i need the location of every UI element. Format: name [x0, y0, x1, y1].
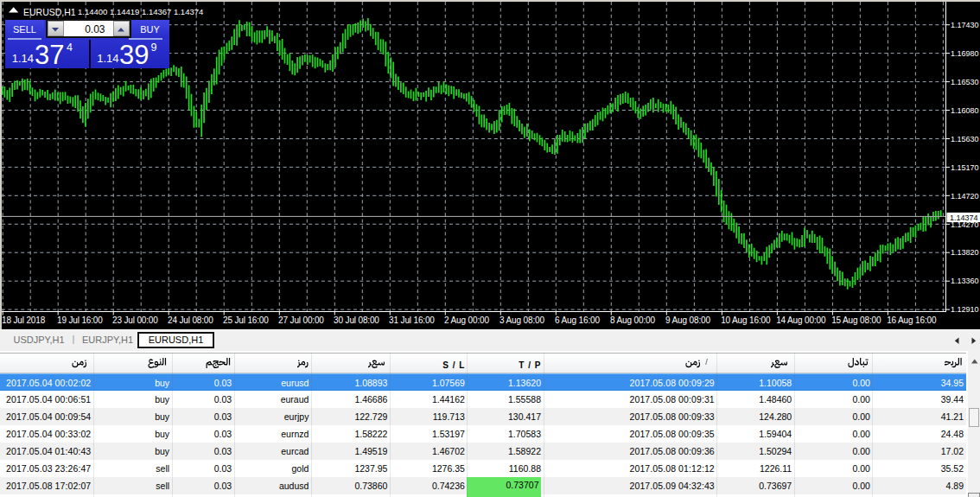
svg-text:1.14400 1.14419 1.14367 1.1437: 1.14400 1.14419 1.14367 1.14374 — [78, 7, 203, 16]
svg-text:6 Aug 16:00: 6 Aug 16:00 — [555, 315, 600, 325]
svg-text:1.13820: 1.13820 — [951, 248, 979, 257]
svg-text:8 Aug 00:00: 8 Aug 00:00 — [610, 315, 655, 325]
svg-text:1.16980: 1.16980 — [951, 49, 979, 58]
svg-text:1.14720: 1.14720 — [951, 192, 979, 201]
svg-text:9 Aug 08:00: 9 Aug 08:00 — [665, 315, 710, 325]
svg-text:1.17430: 1.17430 — [951, 21, 979, 29]
svg-text:1.15170: 1.15170 — [951, 163, 979, 172]
svg-text:1.16080: 1.16080 — [951, 106, 979, 115]
svg-text:1.13360: 1.13360 — [951, 277, 979, 285]
svg-text:25 Jul 16:00: 25 Jul 16:00 — [223, 315, 269, 325]
svg-text:1.16530: 1.16530 — [951, 78, 979, 86]
svg-text:10 Aug 16:00: 10 Aug 16:00 — [721, 315, 771, 325]
svg-text:27 Jul 00:00: 27 Jul 00:00 — [278, 315, 324, 325]
svg-text:15 Aug 08:00: 15 Aug 08:00 — [831, 315, 881, 325]
svg-text:18 Jul 2018: 18 Jul 2018 — [2, 315, 46, 325]
svg-text:23 Jul 00:00: 23 Jul 00:00 — [112, 315, 158, 325]
svg-text:19 Jul 16:00: 19 Jul 16:00 — [57, 315, 103, 325]
svg-text:1.15630: 1.15630 — [951, 135, 979, 143]
svg-text:24 Jul 08:00: 24 Jul 08:00 — [168, 315, 213, 325]
svg-text:1.14374: 1.14374 — [950, 213, 978, 222]
svg-text:30 Jul 08:00: 30 Jul 08:00 — [334, 315, 379, 325]
svg-text:16 Aug 16:00: 16 Aug 16:00 — [887, 315, 937, 325]
svg-text:14 Aug 00:00: 14 Aug 00:00 — [776, 315, 826, 325]
svg-text:EURUSD,H1: EURUSD,H1 — [23, 7, 76, 17]
svg-text:31 Jul 16:00: 31 Jul 16:00 — [389, 315, 435, 325]
svg-text:2 Aug 00:00: 2 Aug 00:00 — [444, 315, 489, 325]
svg-text:1.12910: 1.12910 — [951, 305, 979, 314]
svg-text:3 Aug 08:00: 3 Aug 08:00 — [500, 315, 544, 325]
